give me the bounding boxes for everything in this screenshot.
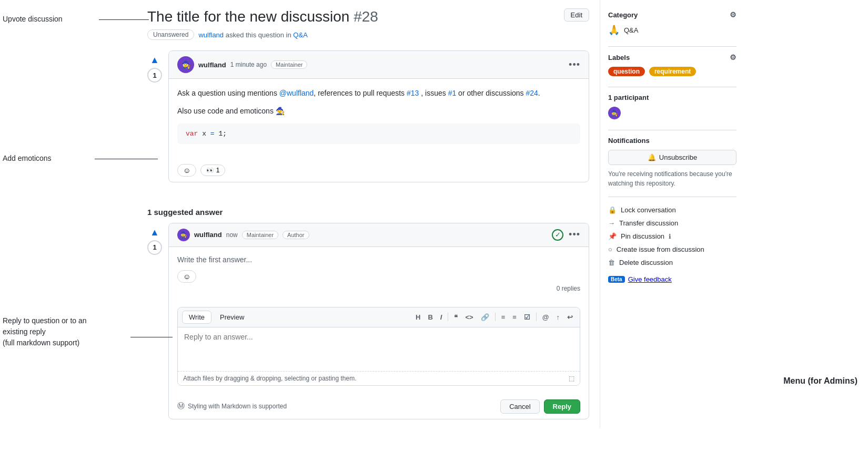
- annotation-line-upvote: [99, 19, 149, 20]
- body-text-mid3: or other discussions: [456, 89, 526, 97]
- labels-container: question requirement: [608, 67, 736, 76]
- toolbar-quote[interactable]: ❝: [451, 312, 460, 323]
- post-time: 1 minute ago: [230, 61, 267, 68]
- preview-tab[interactable]: Preview: [214, 311, 250, 324]
- answer-emoji-button[interactable]: ☺: [177, 270, 196, 283]
- edit-button[interactable]: Edit: [564, 8, 589, 22]
- maintainer-badge: Maintainer: [271, 60, 307, 69]
- answer-time: now: [226, 231, 238, 239]
- emoji-reaction-button[interactable]: ☺: [177, 164, 196, 177]
- label-requirement[interactable]: requirement: [649, 67, 696, 76]
- labels-header-text: Labels: [608, 54, 630, 61]
- unsubscribe-label: Unsubscribe: [659, 153, 697, 161]
- cancel-button[interactable]: Cancel: [500, 399, 539, 414]
- toolbar-task-list[interactable]: ☑: [521, 312, 533, 323]
- notifications-section: Notifications 🔔 Unsubscribe You're recei…: [608, 137, 736, 188]
- issue-icon: ○: [608, 245, 612, 253]
- create-issue-label: Create issue from discussion: [617, 245, 704, 253]
- pin-info-icon: ℹ: [669, 233, 671, 240]
- right-sidebar: Category ⚙ 🙏 Q&A Labels ⚙ question requi…: [600, 0, 747, 428]
- post-menu-button[interactable]: •••: [569, 59, 580, 70]
- code-var: x: [202, 130, 210, 138]
- category-name: Q&A: [624, 26, 638, 34]
- label-question[interactable]: question: [608, 67, 645, 76]
- body-text-mid1: , references to pull requests: [314, 89, 407, 97]
- post-body-line1: Ask a question using mentions @wulfland,…: [177, 87, 580, 99]
- toolbar-sep-1: [448, 313, 448, 321]
- reply-button[interactable]: Reply: [544, 399, 580, 414]
- toolbar-undo[interactable]: ↩: [564, 312, 576, 323]
- mention-link[interactable]: @wulfland: [279, 89, 314, 97]
- code-block: var x = 1;: [177, 124, 580, 144]
- pin-label: Pin discussion: [621, 232, 664, 240]
- toolbar-italic[interactable]: I: [438, 312, 445, 323]
- category-link[interactable]: Q&A: [293, 31, 307, 39]
- answer-menu-button[interactable]: •••: [569, 229, 580, 240]
- discussion-title: The title for the new discussion #28: [147, 8, 378, 25]
- status-badge: Unanswered: [147, 29, 194, 40]
- mark-answer-button[interactable]: ✓: [552, 229, 563, 241]
- delete-label: Delete discussion: [619, 259, 673, 266]
- write-tab[interactable]: Write: [182, 311, 211, 324]
- give-feedback-area: Beta Give feedback: [608, 275, 736, 283]
- editor-toolbar: H B I ❝ <> 🔗 ≡ ≡ ☑: [413, 312, 576, 323]
- title-text: The title for the new discussion: [147, 8, 349, 25]
- give-feedback-link[interactable]: Give feedback: [628, 275, 672, 283]
- post-header: 🧙 wulfland 1 minute ago Maintainer •••: [169, 51, 589, 79]
- answer-maintainer-badge: Maintainer: [242, 231, 278, 239]
- sidebar-participants-section: 1 participant 🧙: [608, 94, 736, 119]
- author-link[interactable]: wulfland: [198, 31, 224, 39]
- meta-action: asked this question in: [226, 31, 291, 39]
- issue-link[interactable]: #1: [448, 89, 457, 97]
- markdown-icon: Ⓜ: [177, 402, 185, 411]
- post-footer: ☺ 👀 1: [169, 159, 589, 182]
- toolbar-list-ul[interactable]: ≡: [499, 312, 508, 323]
- toolbar-code[interactable]: <>: [462, 312, 476, 323]
- notification-text: You're receiving notifications because y…: [608, 169, 736, 188]
- post-author[interactable]: wulfland: [198, 61, 226, 69]
- lock-conversation-item[interactable]: 🔒 Lock conversation: [608, 203, 736, 217]
- admin-menu-annotation: Menu (for Admins): [783, 376, 857, 386]
- reply-actions: Cancel Reply: [500, 399, 580, 414]
- labels-gear-icon[interactable]: ⚙: [730, 53, 736, 61]
- participants-section-header: 1 participant: [608, 94, 736, 101]
- annotation-emoticons: Add emoticons: [3, 154, 52, 162]
- annotation-upvote: Upvote discussion: [3, 15, 63, 23]
- markdown-note: Ⓜ Styling with Markdown is supported: [177, 402, 287, 411]
- pin-discussion-item[interactable]: 📌 Pin discussion ℹ: [608, 230, 736, 243]
- attach-area: Attach files by dragging & dropping, sel…: [178, 371, 580, 385]
- toolbar-mention[interactable]: @: [540, 312, 552, 323]
- create-issue-item[interactable]: ○ Create issue from discussion: [608, 243, 736, 256]
- page-wrapper: Upvote discussion Add emoticons Reply to…: [0, 0, 868, 428]
- admin-menu: 🔒 Lock conversation → Transfer discussio…: [608, 203, 736, 269]
- discussion-number: #28: [354, 8, 378, 25]
- eyes-reaction-button[interactable]: 👀 1: [200, 165, 225, 176]
- toolbar-ref[interactable]: ↑: [554, 312, 563, 323]
- suggested-section: 1 suggested answer ▲ 1 🧙 wulfland now Ma: [147, 208, 589, 419]
- transfer-label: Transfer discussion: [619, 219, 678, 227]
- attach-text: Attach files by dragging & dropping, sel…: [183, 375, 357, 382]
- code-op: =: [210, 130, 215, 138]
- delete-discussion-item[interactable]: 🗑 Delete discussion: [608, 256, 736, 269]
- beta-badge: Beta: [608, 276, 625, 283]
- body-text-pre: Ask a question using mentions: [177, 89, 279, 97]
- lock-label: Lock conversation: [621, 206, 676, 214]
- toolbar-list-ol[interactable]: ≡: [510, 312, 519, 323]
- unsubscribe-button[interactable]: 🔔 Unsubscribe: [608, 150, 736, 165]
- answer-header: 🧙 wulfland now Maintainer Author ✓ •••: [169, 223, 589, 247]
- main-upvote-button[interactable]: ▲: [150, 55, 159, 66]
- transfer-discussion-item[interactable]: → Transfer discussion: [608, 217, 736, 230]
- category-gear-icon[interactable]: ⚙: [730, 11, 736, 19]
- toolbar-bold[interactable]: B: [425, 312, 435, 323]
- reply-textarea[interactable]: [178, 327, 580, 369]
- trash-icon: 🗑: [608, 259, 615, 266]
- pr-link[interactable]: #13: [407, 89, 419, 97]
- toolbar-heading[interactable]: H: [413, 312, 423, 323]
- answer-upvote-button[interactable]: ▲: [150, 227, 159, 238]
- sidebar-labels-section: Labels ⚙ question requirement: [608, 53, 736, 76]
- disc-link[interactable]: #24: [526, 89, 538, 97]
- write-prompt: Write the first answer...: [177, 255, 580, 264]
- toolbar-link[interactable]: 🔗: [478, 312, 492, 323]
- pin-icon: 📌: [608, 232, 617, 240]
- answer-author[interactable]: wulfland: [194, 231, 222, 239]
